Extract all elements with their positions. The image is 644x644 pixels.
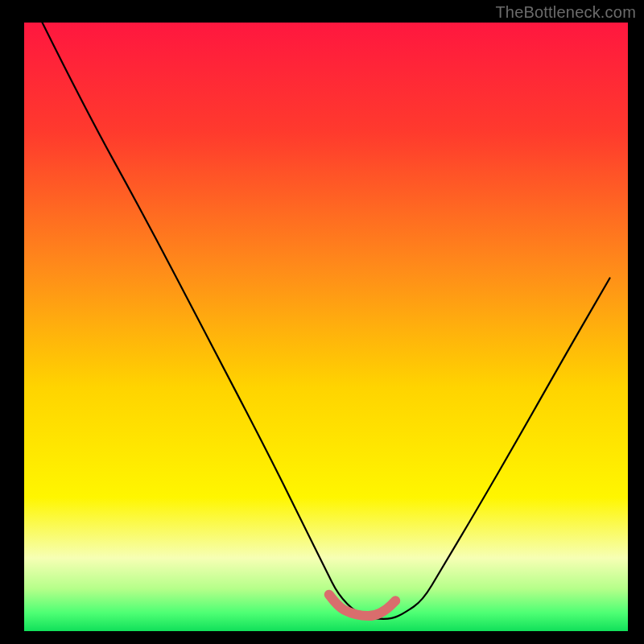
plot-gradient-background	[24, 23, 628, 631]
watermark-label: TheBottleneck.com	[495, 3, 636, 22]
frame-right	[628, 0, 644, 644]
chart-stage: TheBottleneck.com	[0, 0, 644, 644]
frame-left	[0, 0, 24, 644]
bottleneck-plot	[0, 0, 644, 644]
frame-bottom	[0, 631, 644, 644]
